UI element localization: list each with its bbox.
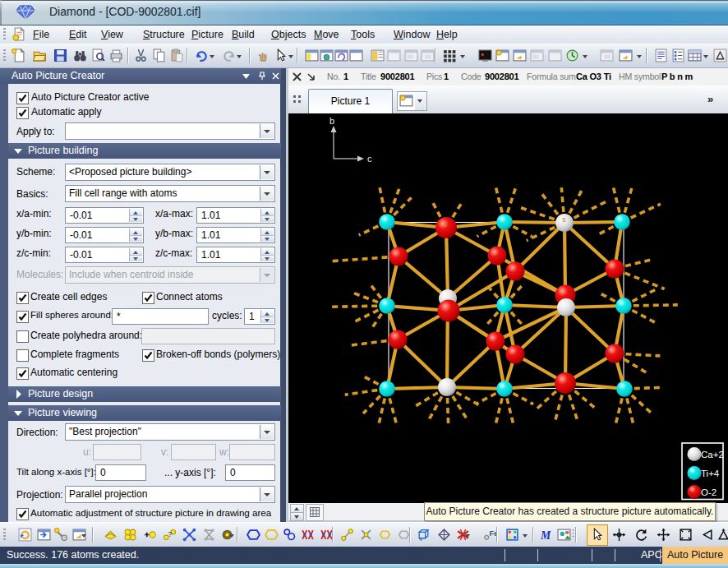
svg-text:Ca+2: Ca+2 xyxy=(701,450,724,459)
svg-text:b: b xyxy=(329,116,334,126)
svg-text:O-2: O-2 xyxy=(701,487,716,497)
svg-text:c: c xyxy=(367,154,372,164)
svg-text:s: s xyxy=(562,215,566,224)
svg-text:Ti+4: Ti+4 xyxy=(701,469,720,478)
svg-text:M: M xyxy=(540,529,551,542)
svg-text:s: s xyxy=(444,220,448,229)
svg-text:?: ? xyxy=(168,530,172,538)
